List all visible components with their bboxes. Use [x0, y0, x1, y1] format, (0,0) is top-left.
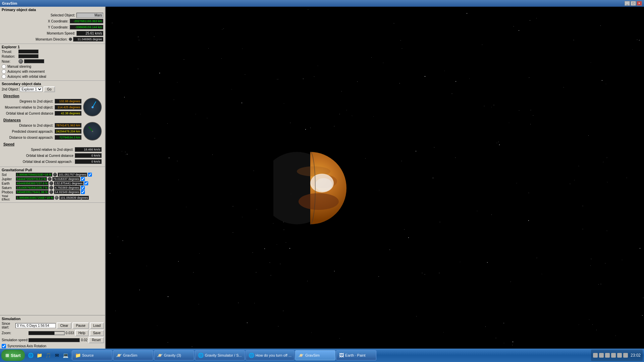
rotation-label: Rotation:: [2, 55, 18, 58]
grav-earth-circle: [49, 181, 53, 185]
syncroniuos-axis-check[interactable]: [2, 344, 6, 348]
title-bar: GravSim _ □ ✕: [0, 0, 644, 7]
pause-button[interactable]: Pause: [72, 322, 89, 329]
momentum-dir-icon: [69, 38, 72, 41]
tray-icon-2: [599, 353, 604, 358]
go-button[interactable]: Go: [44, 86, 55, 92]
taskbar-item-gravitysim[interactable]: 🌐 Gravity Simulator / S...: [195, 350, 245, 360]
grav-row-saturn: Saturn 141005761641105.7 N 4.750369 degr…: [2, 186, 103, 190]
taskbar-item-howto-icon: 🌐: [249, 353, 254, 358]
grav-total-label: Total Effect:: [2, 194, 16, 201]
grav-earth-force: 434493583657237.6 N: [16, 181, 49, 185]
taskbar-item-gravity3-label: Gravity (3): [164, 353, 181, 357]
autosync-movement-radio[interactable]: [2, 69, 6, 74]
clear-button[interactable]: Clear: [57, 322, 71, 329]
grav-saturn-check[interactable]: [81, 186, 85, 190]
distances-title: Distances: [3, 118, 82, 122]
since-start-label: Since start:: [2, 322, 15, 329]
quicklaunch-explorer[interactable]: 📁: [36, 351, 44, 359]
stars-backdrop: [106, 7, 644, 355]
tray-icon-4: [611, 353, 616, 358]
dist-2nd-value: 78741471.963 km: [55, 123, 82, 128]
predicted-closest-value: 24294478.204 km: [55, 129, 82, 134]
start-button[interactable]: ⊞ Start: [1, 350, 25, 361]
grav-phobos-circle: [49, 190, 53, 194]
degrees-2nd-row: Degrees to 2nd object: 132.88 degrees: [3, 99, 82, 104]
grav-jupiter-check[interactable]: [81, 177, 85, 181]
quicklaunch-ie[interactable]: 🌐: [27, 351, 35, 359]
grav-sol-circle: [53, 173, 57, 177]
grav-earth-check[interactable]: [84, 181, 88, 185]
taskbar-item-howto[interactable]: 🌐 How do you turn off ...: [246, 350, 294, 360]
second-obj-label: 2nd Object:: [2, 87, 19, 91]
load-button[interactable]: Load: [90, 322, 104, 329]
thrust-bar: [18, 50, 39, 54]
since-start-input[interactable]: [15, 323, 56, 328]
help-button[interactable]: Help: [75, 330, 89, 336]
explorer-section: Explorer 1 Thrust: Rotation: Nose: Manua…: [0, 44, 105, 81]
tray-icon-3: [605, 353, 610, 358]
close-button[interactable]: ✕: [637, 1, 642, 6]
grav-saturn-label: Saturn: [2, 186, 16, 190]
momentum-speed-value: 25.61 km/s: [76, 31, 103, 36]
taskbar-item-source-icon: 📁: [75, 353, 81, 358]
grav-sol-label: Sol: [2, 173, 16, 177]
rotation-row: Rotation:: [2, 54, 103, 58]
maximize-button[interactable]: □: [631, 1, 636, 6]
nose-row: Nose:: [2, 59, 103, 64]
taskbar-item-earthpaint[interactable]: 🖼 Earth · Paint: [336, 350, 376, 360]
grav-total-circle: [55, 196, 59, 200]
manual-steering-radio[interactable]: [2, 64, 6, 69]
grav-phobos-check[interactable]: [81, 190, 85, 194]
movement-rel-value: 114.425 degrees: [55, 105, 82, 110]
primary-data-section: Primary object data Selected Object: Mar…: [0, 7, 105, 44]
zoom-value-box: [54, 331, 64, 335]
quicklaunch-media[interactable]: 🎵: [44, 351, 52, 359]
dist-2nd-row: Distance to 2nd object: 78741471.963 km: [3, 123, 82, 128]
tray-network-icon: [617, 353, 622, 358]
orbital-ideal-close-row: Orbital Ideal at Closest approach : 0 km…: [3, 159, 102, 164]
second-obj-select[interactable]: Explorer 1: [20, 87, 43, 92]
grav-earth-label: Earth: [2, 182, 16, 185]
quicklaunch-cmd[interactable]: 💻: [62, 351, 70, 359]
momentum-dir-label: Momentum Direction:: [2, 38, 69, 41]
grav-pull-title: Gravitational Pull: [2, 168, 103, 172]
grav-sol-check[interactable]: [88, 173, 92, 177]
momentum-dir-row: Momentum Direction: 11.046965 degree: [2, 37, 103, 42]
x-coord-value: -2027681193.363 km: [70, 19, 103, 23]
system-tray: 23:02: [591, 350, 643, 361]
reset-button[interactable]: Reset: [89, 337, 104, 343]
grav-phobos-force: 54948335176441.96 N: [16, 190, 49, 194]
start-label: Start: [11, 353, 21, 358]
save-button[interactable]: Save: [90, 330, 104, 336]
taskbar-item-howto-label: How do you turn off ...: [256, 353, 291, 357]
speed-rel-label: Speed relative to 2nd object:: [3, 148, 75, 152]
movement-rel-row: Movement relative to 2nd object: 114.425…: [3, 105, 82, 110]
dist-closest-label: Distance to closest approach:: [3, 136, 55, 139]
zoom-value: 0.033: [66, 331, 74, 335]
main-container: Primary object data Selected Object: Mar…: [0, 7, 644, 355]
autosync-orbital-radio[interactable]: [2, 74, 6, 79]
thrust-row: Thrust:: [2, 50, 103, 54]
taskbar-item-gravity3[interactable]: 🪐 Gravity (3): [154, 350, 194, 360]
grav-phobos-degrees: 14.91549 degrees: [54, 190, 80, 194]
title-bar-text: GravSim: [2, 1, 17, 5]
taskbar-item-gravsim2[interactable]: 🪐 GravSim: [295, 350, 335, 360]
grav-total-degrees: 101.050839 degrees: [59, 196, 89, 200]
taskbar-item-earthpaint-icon: 🖼: [339, 353, 344, 358]
taskbar-item-gravsim1[interactable]: 🪐 GravSim: [113, 350, 153, 360]
quicklaunch-outlook[interactable]: ✉: [53, 351, 61, 359]
minimize-button[interactable]: _: [625, 1, 630, 6]
syncroniuos-axis-row: Syncronious Axis Rotation: [2, 344, 104, 348]
explorer-title: Explorer 1: [2, 45, 103, 49]
svg-point-4: [299, 193, 339, 210]
nose-circle: [18, 59, 23, 64]
movement-rel-label: Movement relative to 2nd object:: [3, 106, 55, 109]
sim-speed-value: 0.02: [81, 338, 87, 342]
taskbar-item-gravsim1-icon: 🪐: [116, 353, 122, 358]
orbital-ideal-curr-label: Orbital Ideal at Current distance: [3, 154, 75, 158]
taskbar-item-source[interactable]: 📁 Source: [72, 350, 112, 360]
autosync-orbital-label: Autosync with orbital ideal: [7, 75, 46, 78]
grav-phobos-label: Phobos: [2, 190, 16, 194]
y-coord-value: -338608159.144 km: [70, 25, 103, 29]
